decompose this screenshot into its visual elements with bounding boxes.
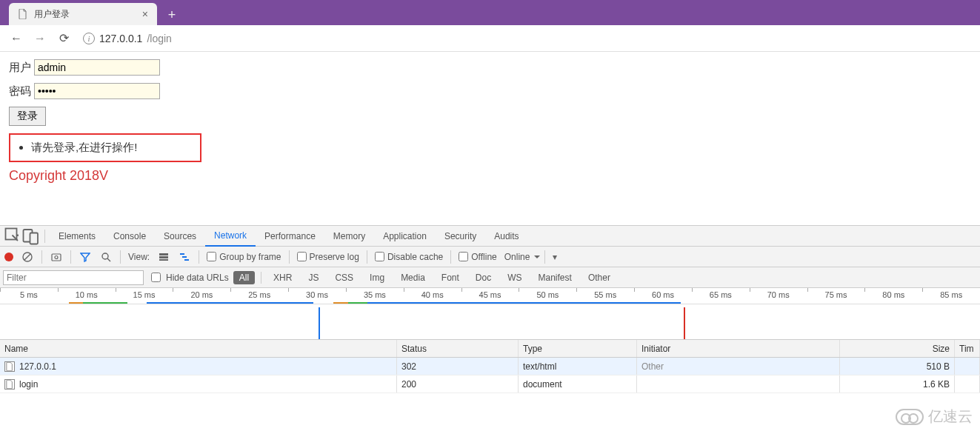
svg-line-4 <box>24 254 30 260</box>
svg-rect-11 <box>159 259 168 261</box>
network-toolbar: View: Group by frame Preserve log Disabl… <box>0 247 980 267</box>
copyright-text: Copyright 2018V <box>9 168 971 184</box>
filter-xhr[interactable]: XHR <box>267 271 298 284</box>
search-icon[interactable] <box>99 250 113 264</box>
col-status[interactable]: Status <box>397 340 519 357</box>
group-by-frame-checkbox[interactable]: Group by frame <box>207 252 281 262</box>
offline-checkbox[interactable]: Offline <box>459 252 496 262</box>
separator <box>70 250 71 264</box>
browser-toolbar: ← → ⟳ i 127.0.0.1/login <box>0 25 980 52</box>
password-label: 密码 <box>9 84 31 98</box>
separator <box>367 250 367 264</box>
svg-point-6 <box>55 255 58 258</box>
filter-other[interactable]: Other <box>582 271 616 284</box>
filter-manifest[interactable]: Manifest <box>533 271 578 284</box>
disable-cache-checkbox[interactable]: Disable cache <box>375 252 443 262</box>
separator <box>199 250 199 264</box>
tab-elements[interactable]: Elements <box>50 227 104 246</box>
separator <box>289 250 290 264</box>
message-text: 请先登录,在进行操作! <box>31 141 194 155</box>
separator <box>41 250 42 264</box>
chevron-down-icon[interactable]: ▾ <box>553 252 557 262</box>
svg-rect-14 <box>184 259 189 261</box>
preserve-log-checkbox[interactable]: Preserve log <box>297 252 359 262</box>
browser-tab[interactable]: 用户登录 × <box>9 3 157 25</box>
tab-application[interactable]: Application <box>374 227 436 246</box>
inspect-icon[interactable] <box>4 227 22 245</box>
reload-button[interactable]: ⟳ <box>53 28 74 49</box>
throttling-select[interactable]: Online <box>504 252 538 262</box>
col-time[interactable]: Tim <box>955 340 980 357</box>
login-button[interactable]: 登录 <box>9 107 46 126</box>
password-input[interactable] <box>34 83 160 99</box>
separator <box>544 250 545 264</box>
tab-audits[interactable]: Audits <box>485 227 527 246</box>
col-name[interactable]: Name <box>0 340 397 357</box>
separator <box>44 230 45 243</box>
record-button[interactable] <box>4 253 13 261</box>
waterfall-icon[interactable] <box>178 250 191 264</box>
username-label: 用户 <box>9 61 31 75</box>
devtools-tabs: Elements Console Sources Network Perform… <box>0 226 980 247</box>
network-filters: Hide data URLs All XHR JS CSS Img Media … <box>0 267 980 288</box>
back-button[interactable]: ← <box>6 28 27 49</box>
filter-doc[interactable]: Doc <box>470 271 497 284</box>
svg-rect-9 <box>159 253 168 255</box>
table-row[interactable]: login200document1.6 KB <box>0 375 980 393</box>
svg-point-7 <box>102 253 108 259</box>
large-rows-icon[interactable] <box>157 250 170 264</box>
filter-icon[interactable] <box>79 250 92 264</box>
filter-js[interactable]: JS <box>302 271 324 284</box>
filter-input[interactable] <box>3 270 144 285</box>
svg-rect-5 <box>52 254 61 261</box>
tab-memory[interactable]: Memory <box>324 227 374 246</box>
address-bar[interactable]: i 127.0.0.1/login <box>83 33 172 44</box>
tab-network[interactable]: Network <box>205 226 256 247</box>
filter-img[interactable]: Img <box>364 271 390 284</box>
svg-rect-13 <box>182 256 187 258</box>
tab-security[interactable]: Security <box>436 227 485 246</box>
filter-css[interactable]: CSS <box>329 271 359 284</box>
filter-media[interactable]: Media <box>395 271 431 284</box>
message-box: 请先登录,在进行操作! <box>9 133 201 162</box>
col-initiator[interactable]: Initiator <box>637 340 840 357</box>
tab-sources[interactable]: Sources <box>155 227 205 246</box>
filter-font[interactable]: Font <box>436 271 465 284</box>
device-toggle-icon[interactable] <box>22 227 40 245</box>
page-content: 用户 密码 登录 请先登录,在进行操作! Copyright 2018V <box>0 52 980 225</box>
clear-icon[interactable] <box>21 250 34 264</box>
document-icon <box>18 9 28 19</box>
separator <box>120 250 121 264</box>
col-size[interactable]: Size <box>840 340 955 357</box>
site-info-icon[interactable]: i <box>83 33 95 44</box>
svg-rect-2 <box>30 233 39 244</box>
svg-line-8 <box>107 258 110 261</box>
document-icon <box>4 361 15 372</box>
filter-ws[interactable]: WS <box>501 271 527 284</box>
tab-performance[interactable]: Performance <box>256 227 324 246</box>
table-header: Name Status Type Initiator Size Tim <box>0 340 980 358</box>
svg-rect-12 <box>180 253 184 255</box>
tab-console[interactable]: Console <box>104 227 155 246</box>
network-timeline[interactable]: 5 ms10 ms15 ms20 ms25 ms30 ms35 ms40 ms4… <box>0 288 980 340</box>
view-label: View: <box>128 252 150 262</box>
hide-data-urls-checkbox[interactable]: Hide data URLs <box>148 270 229 284</box>
separator <box>450 250 451 264</box>
svg-rect-10 <box>159 256 168 258</box>
document-icon <box>4 379 15 390</box>
new-tab-button[interactable]: + <box>161 4 182 25</box>
devtools-panel: Elements Console Sources Network Perform… <box>0 225 980 431</box>
forward-button[interactable]: → <box>30 28 50 49</box>
col-type[interactable]: Type <box>519 340 637 357</box>
url-host: 127.0.0.1 <box>99 33 142 44</box>
filter-all[interactable]: All <box>233 271 255 284</box>
browser-tab-strip: 用户登录 × + <box>0 0 980 25</box>
separator <box>261 272 261 284</box>
network-table: Name Status Type Initiator Size Tim 127.… <box>0 340 980 431</box>
tab-close-icon[interactable]: × <box>142 8 148 20</box>
url-path: /login <box>147 33 171 44</box>
capture-screenshot-icon[interactable] <box>50 250 63 264</box>
username-input[interactable] <box>34 59 160 76</box>
tab-title: 用户登录 <box>34 8 70 21</box>
table-row[interactable]: 127.0.0.1302text/htmlOther510 B <box>0 358 980 375</box>
